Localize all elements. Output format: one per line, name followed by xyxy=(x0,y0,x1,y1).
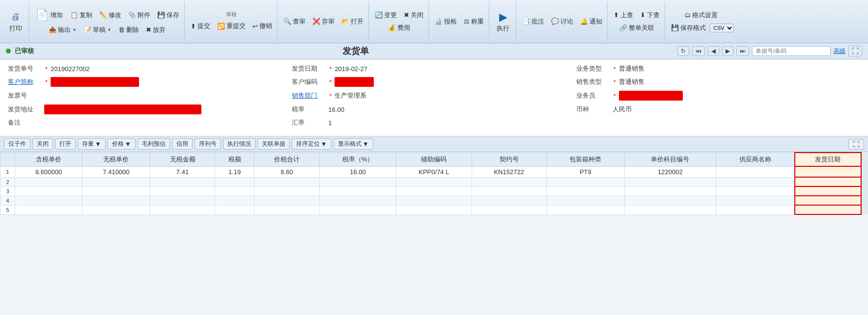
total-cell[interactable]: 8.60 xyxy=(254,166,320,177)
abandon-button[interactable]: ✖ 放弃 xyxy=(143,24,168,36)
print-button[interactable]: 🖨 打印 xyxy=(5,9,27,34)
ship-date-cell[interactable] xyxy=(795,196,861,205)
only-child-button[interactable]: 仅子件 xyxy=(4,138,30,150)
weigh-button[interactable]: ⚖ 称重 xyxy=(461,16,487,27)
table-row[interactable]: 2 xyxy=(0,177,868,186)
sort-button[interactable]: 排序定位 ▼ xyxy=(292,138,332,150)
tax-price-cell[interactable]: 8.600000 xyxy=(15,166,83,177)
open-doc-button[interactable]: 📂 打开 xyxy=(338,16,366,27)
advanced-search-button[interactable]: 高级 xyxy=(834,47,845,55)
scrollbar-spacer[interactable] xyxy=(861,166,868,177)
discuss-button[interactable]: 💬 讨论 xyxy=(548,16,576,27)
contract-no-cell[interactable]: KN152722 xyxy=(472,166,546,177)
total-cell[interactable] xyxy=(254,177,320,186)
total-cell[interactable] xyxy=(254,196,320,205)
link-button[interactable]: 🔗 整单关联 xyxy=(616,22,657,34)
format-button[interactable]: 🗂 格式设置 xyxy=(681,9,721,21)
scrollbar-spacer[interactable] xyxy=(861,196,868,205)
notax-price-cell[interactable] xyxy=(83,186,150,196)
supplier-cell[interactable] xyxy=(716,196,794,205)
contract-no-cell[interactable] xyxy=(472,196,546,205)
refresh-button[interactable]: ↻ xyxy=(677,46,689,56)
resubmit-button[interactable]: 🔁 重提交 xyxy=(214,20,249,32)
unit-code-cell[interactable] xyxy=(624,177,716,186)
contract-no-cell[interactable] xyxy=(472,205,546,214)
table-row[interactable]: 5 xyxy=(0,205,868,214)
row-num-cell[interactable]: 3 xyxy=(0,186,15,196)
notax-amount-cell[interactable] xyxy=(150,205,215,214)
tax-cell[interactable] xyxy=(215,186,254,196)
contract-no-cell[interactable] xyxy=(472,186,546,196)
attach-button[interactable]: 📎 附件 xyxy=(125,9,153,21)
pkg-type-cell[interactable] xyxy=(546,196,624,205)
submit-button[interactable]: ⬆ 提交 xyxy=(188,20,213,32)
tax-price-cell[interactable] xyxy=(15,205,83,214)
table-close-button[interactable]: 关闭 xyxy=(32,138,53,150)
price-button[interactable]: 价格 ▼ xyxy=(108,138,136,150)
tax-rate-cell[interactable]: 16.00 xyxy=(319,166,396,177)
export-button[interactable]: 📤 输出 ▼ xyxy=(46,24,80,36)
unit-code-cell[interactable] xyxy=(624,196,716,205)
ship-date-cell[interactable] xyxy=(795,166,861,177)
profit-button[interactable]: 毛利预估 xyxy=(138,138,170,150)
notax-amount-cell[interactable] xyxy=(150,196,215,205)
ship-date-cell[interactable] xyxy=(795,205,861,214)
related-docs-button[interactable]: 关联单据 xyxy=(257,138,290,150)
scrollbar-spacer[interactable] xyxy=(861,205,868,214)
first-button[interactable]: ⏮ xyxy=(692,46,705,56)
unit-code-cell[interactable]: 1220002 xyxy=(624,166,716,177)
nav-up-button[interactable]: ⬆ 上查 xyxy=(611,9,636,21)
tax-cell[interactable] xyxy=(215,177,254,186)
tax-cell[interactable]: 1.19 xyxy=(215,166,254,177)
save-button[interactable]: 💾 保存 xyxy=(154,9,182,21)
credit-button[interactable]: 信用 xyxy=(172,138,193,150)
draft-button[interactable]: 📝 草稿 ▼ xyxy=(81,24,114,36)
last-button[interactable]: ⏭ xyxy=(736,46,749,56)
tax-rate-cell[interactable] xyxy=(319,186,396,196)
expand-button[interactable]: ⛶ xyxy=(848,46,862,56)
expand-table-button[interactable]: ⛶ xyxy=(848,139,864,150)
notax-price-cell[interactable] xyxy=(83,196,150,205)
exec-status-button[interactable]: 执行情况 xyxy=(223,138,255,150)
pkg-type-cell[interactable] xyxy=(546,186,624,196)
aux-code-cell[interactable] xyxy=(396,177,472,186)
tax-price-cell[interactable] xyxy=(15,196,83,205)
unit-code-cell[interactable] xyxy=(624,205,716,214)
pkg-type-cell[interactable]: PT9 xyxy=(546,166,624,177)
aux-code-cell[interactable] xyxy=(396,205,472,214)
notax-price-cell[interactable] xyxy=(83,205,150,214)
edit-button[interactable]: ✏️ 修改 xyxy=(96,9,124,21)
stock-button[interactable]: 存量 ▼ xyxy=(78,138,106,150)
tax-rate-cell[interactable] xyxy=(319,177,396,186)
scrollbar-spacer[interactable] xyxy=(861,177,868,186)
inspect-button[interactable]: 🔬 报检 xyxy=(432,16,460,27)
unit-code-cell[interactable] xyxy=(624,186,716,196)
close-op-button[interactable]: ✖ 关闭 xyxy=(401,9,426,21)
tax-rate-cell[interactable] xyxy=(319,205,396,214)
next-button[interactable]: ▶ xyxy=(722,46,733,56)
notax-amount-cell[interactable] xyxy=(150,186,215,196)
customer-label[interactable]: 客户简称 xyxy=(8,78,42,86)
aux-code-cell[interactable] xyxy=(396,186,472,196)
table-open-button[interactable]: 打开 xyxy=(55,138,76,150)
nav-down-button[interactable]: ⬇ 下查 xyxy=(637,9,663,21)
tax-price-cell[interactable] xyxy=(15,186,83,196)
notax-price-cell[interactable]: 7.410000 xyxy=(83,166,150,177)
supplier-cell[interactable] xyxy=(716,186,794,196)
supplier-cell[interactable] xyxy=(716,205,794,214)
total-cell[interactable] xyxy=(254,186,320,196)
supplier-cell[interactable] xyxy=(716,177,794,186)
row-num-cell[interactable]: 2 xyxy=(0,177,15,186)
supplier-cell[interactable] xyxy=(716,166,794,177)
ship-date-cell[interactable] xyxy=(795,186,861,196)
notax-amount-cell[interactable]: 7.41 xyxy=(150,166,215,177)
cost-button[interactable]: 💰 费用 xyxy=(385,22,413,34)
prev-button[interactable]: ◀ xyxy=(708,46,719,56)
change-button[interactable]: 🔄 变更 xyxy=(372,9,400,21)
notax-amount-cell[interactable] xyxy=(150,177,215,186)
row-num-cell[interactable]: 1 xyxy=(0,166,15,177)
notax-price-cell[interactable] xyxy=(83,177,150,186)
abandon-review-button[interactable]: ❌ 弃审 xyxy=(309,16,337,27)
seq-no-button[interactable]: 序列号 xyxy=(195,138,221,150)
tax-cell[interactable] xyxy=(215,205,254,214)
